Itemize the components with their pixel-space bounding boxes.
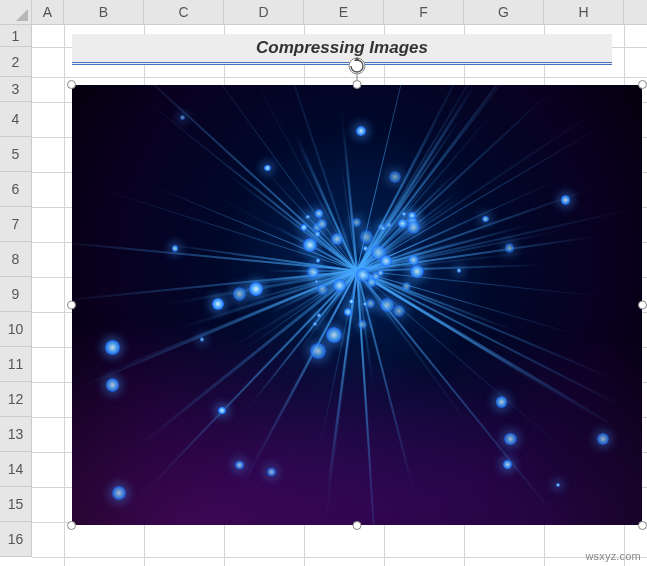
row-header-7[interactable]: 7 [0, 207, 31, 242]
image-dot [333, 279, 346, 292]
column-header-d[interactable]: D [224, 0, 304, 24]
image-dot [105, 340, 119, 354]
select-all-corner[interactable] [0, 0, 32, 25]
image-dot [457, 268, 462, 273]
resize-handle-w[interactable] [67, 301, 76, 310]
resize-handle-ne[interactable] [638, 80, 647, 89]
image-dot [305, 215, 309, 219]
row-header-11[interactable]: 11 [0, 347, 31, 382]
column-header-b[interactable]: B [64, 0, 144, 24]
image-dot [233, 287, 246, 300]
row-header-14[interactable]: 14 [0, 452, 31, 487]
resize-handle-s[interactable] [353, 521, 362, 530]
image-dot [264, 165, 271, 172]
row-header-4[interactable]: 4 [0, 102, 31, 137]
row-header-15[interactable]: 15 [0, 487, 31, 522]
image-dot [402, 282, 411, 291]
image-dot [386, 222, 392, 228]
image-dot [380, 298, 394, 312]
image-dot [352, 218, 361, 227]
image-dot [363, 246, 368, 251]
image-dot [356, 126, 366, 136]
row-header-10[interactable]: 10 [0, 312, 31, 347]
image-dot [317, 219, 327, 229]
title-merged-cell[interactable]: Compressing Images [72, 34, 612, 65]
image-dot [315, 231, 321, 237]
svg-marker-0 [16, 9, 28, 21]
embedded-image-object[interactable] [72, 85, 642, 525]
image-dot [310, 343, 325, 358]
gridline-h [32, 557, 647, 558]
row-header-8[interactable]: 8 [0, 242, 31, 277]
image-dot [360, 230, 373, 243]
image-dot [326, 327, 342, 343]
image-dot [389, 171, 401, 183]
row-header-6[interactable]: 6 [0, 172, 31, 207]
image-content [72, 85, 642, 525]
title-cell-text: Compressing Images [256, 38, 428, 58]
column-header-h[interactable]: H [544, 0, 624, 24]
row-header-12[interactable]: 12 [0, 382, 31, 417]
worksheet-grid[interactable]: Compressing Images [32, 25, 647, 566]
gridline-v [64, 25, 65, 566]
image-dot [106, 378, 120, 392]
image-dot [235, 461, 244, 470]
column-headers: ABCDEFGH [32, 0, 647, 25]
image-dot [482, 216, 488, 222]
image-dot [363, 302, 367, 306]
rotate-handle[interactable] [348, 57, 366, 78]
resize-handle-e[interactable] [638, 301, 647, 310]
image-dot [408, 212, 416, 220]
image-dot [218, 407, 226, 415]
column-header-f[interactable]: F [384, 0, 464, 24]
resize-handle-nw[interactable] [67, 80, 76, 89]
image-dot [398, 219, 407, 228]
resize-handle-se[interactable] [638, 521, 647, 530]
row-header-1[interactable]: 1 [0, 25, 31, 47]
row-header-9[interactable]: 9 [0, 277, 31, 312]
image-dot [316, 258, 320, 262]
image-dot [496, 396, 507, 407]
rotate-icon [348, 57, 366, 75]
column-header-g[interactable]: G [464, 0, 544, 24]
gridline-h [32, 77, 647, 78]
resize-handle-n[interactable] [353, 80, 362, 89]
image-dot [410, 265, 424, 279]
image-dot [315, 209, 324, 218]
select-all-triangle-icon [16, 9, 28, 21]
image-dot [377, 270, 383, 276]
image-dot [301, 224, 307, 230]
row-headers: 12345678910111213141516 [0, 25, 32, 557]
watermark-text: wsxyz.com [585, 550, 641, 562]
image-dot [313, 322, 317, 326]
image-dot [212, 298, 224, 310]
image-dot [503, 460, 511, 468]
image-dot [402, 212, 406, 216]
image-dot [180, 115, 185, 120]
resize-handle-sw[interactable] [67, 521, 76, 530]
image-dot [561, 195, 571, 205]
image-dot [505, 243, 515, 253]
row-header-13[interactable]: 13 [0, 417, 31, 452]
image-dot [597, 433, 609, 445]
column-header-c[interactable]: C [144, 0, 224, 24]
image-dot [317, 313, 321, 317]
image-dot [317, 284, 328, 295]
image-dot [358, 320, 367, 329]
row-header-16[interactable]: 16 [0, 522, 31, 557]
image-dot [504, 433, 516, 445]
image-dot [172, 245, 179, 252]
row-header-3[interactable]: 3 [0, 77, 31, 102]
image-dot [344, 308, 352, 316]
column-header-a[interactable]: A [32, 0, 64, 24]
image-dot [315, 280, 318, 283]
row-header-2[interactable]: 2 [0, 47, 31, 77]
image-dot [303, 238, 317, 252]
column-header-e[interactable]: E [304, 0, 384, 24]
image-dot [200, 337, 205, 342]
image-dot [408, 255, 419, 266]
row-header-5[interactable]: 5 [0, 137, 31, 172]
